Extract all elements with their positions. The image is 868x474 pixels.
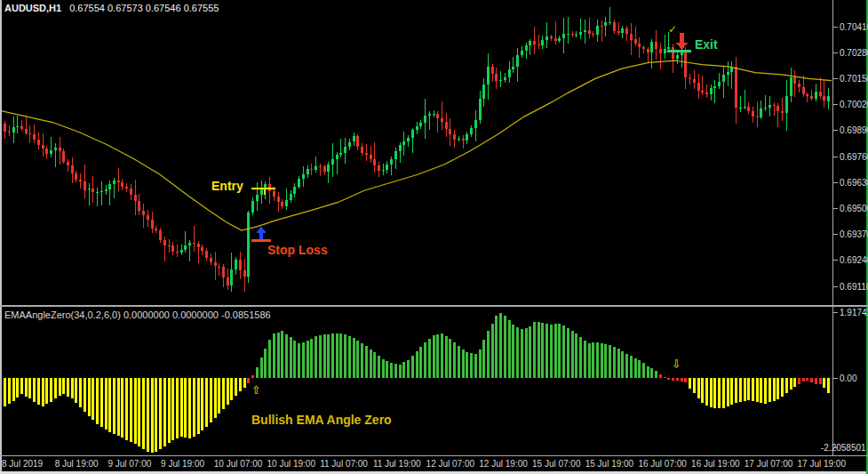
candle-body	[33, 134, 36, 140]
histogram-bar	[230, 378, 233, 400]
candle-body	[8, 132, 11, 133]
time-axis-label: 10 Jul 07:00	[214, 459, 263, 469]
candle-body	[621, 28, 624, 33]
candle-body	[348, 142, 351, 148]
price-axis-label: 0.70410	[840, 22, 868, 32]
histogram-bar	[256, 367, 259, 378]
candle-body	[545, 36, 548, 40]
entry-annotation-label[interactable]: Entry	[211, 179, 243, 193]
candle-body	[495, 74, 498, 81]
candle-body	[773, 105, 776, 106]
histogram-bar	[802, 378, 805, 382]
candle-body	[264, 184, 267, 188]
candle-body	[664, 49, 666, 53]
candle-body	[319, 166, 322, 167]
candle-body	[433, 114, 435, 115]
time-axis-label: 9 Jul 19:00	[161, 459, 204, 469]
candle-body	[336, 155, 338, 158]
histogram-bar	[151, 378, 154, 453]
histogram-bar	[319, 335, 322, 378]
histogram-bar	[827, 378, 830, 393]
histogram-bar	[348, 336, 351, 378]
candle-body	[214, 262, 217, 267]
histogram-bar	[370, 349, 372, 379]
candle-body	[50, 150, 52, 154]
histogram-bar	[222, 378, 225, 409]
histogram-bar	[268, 340, 271, 378]
candle-body	[768, 105, 771, 108]
histogram-bar	[45, 378, 48, 404]
histogram-bar	[394, 364, 397, 378]
candle-body	[718, 82, 721, 86]
price-axis-label: 0.69370	[840, 229, 868, 239]
histogram-bar	[382, 359, 385, 378]
histogram-bar	[592, 342, 594, 378]
time-axis-label: 12 Jul 19:00	[479, 459, 528, 469]
candle-body	[117, 181, 120, 183]
candle-body	[650, 42, 653, 52]
candle-body	[382, 170, 385, 171]
candle-body	[356, 136, 359, 147]
candle-body	[100, 191, 103, 192]
histogram-bar	[20, 378, 23, 394]
histogram-bar	[558, 324, 561, 379]
histogram-bar	[815, 378, 817, 384]
histogram-bar	[264, 349, 267, 378]
candle-body	[416, 126, 418, 130]
candle-body	[79, 180, 82, 181]
main-chart-canvas[interactable]	[0, 0, 868, 474]
candle-body	[441, 118, 443, 122]
candle-body	[75, 173, 77, 180]
candle-body	[744, 107, 746, 108]
histogram-bar	[554, 324, 557, 378]
histogram-bar	[823, 378, 825, 388]
candle-body	[235, 260, 237, 269]
histogram-bar	[113, 378, 115, 434]
candle-body	[25, 129, 28, 133]
histogram-bar	[482, 340, 485, 378]
candle-body	[525, 45, 528, 51]
histogram-bar	[638, 360, 641, 378]
price-axis-label: 0.70280	[840, 48, 868, 58]
histogram-bar	[16, 378, 19, 398]
candle-body	[163, 240, 166, 245]
histogram-bar	[764, 378, 767, 404]
histogram-bar	[235, 378, 237, 396]
time-axis-label: 16 Jul 07:00	[638, 459, 687, 469]
histogram-bar	[336, 333, 338, 378]
candle-body	[479, 99, 482, 120]
histogram-bar	[773, 378, 776, 401]
histogram-bar	[533, 322, 536, 378]
time-axis-label: 12 Jul 07:00	[426, 459, 475, 469]
histogram-bar	[399, 365, 402, 378]
histogram-bar	[37, 378, 40, 405]
histogram-bar	[730, 378, 733, 405]
bullish-signal-label[interactable]: Bullish EMA Angle Zero	[251, 413, 392, 427]
candle-body	[310, 169, 313, 170]
candle-body	[125, 187, 128, 189]
annotation-shapes[interactable]	[251, 33, 691, 241]
histogram-bar	[495, 316, 498, 378]
exit-annotation-label[interactable]: Exit	[695, 37, 718, 52]
histogram-bar	[84, 378, 86, 412]
histogram-bar	[710, 378, 713, 407]
histogram-bar	[785, 378, 788, 393]
chart-title: AUDUSD,H10.67554 0.67573 0.67546 0.67555	[4, 3, 219, 13]
candle-body	[625, 28, 628, 34]
histogram-bar	[42, 378, 44, 406]
panel-separator[interactable]	[0, 305, 868, 307]
candle-body	[361, 147, 363, 153]
candle-body	[365, 153, 368, 156]
histogram-bar	[596, 342, 599, 379]
candle-body	[28, 133, 31, 135]
histogram-bar	[739, 378, 742, 402]
histogram-bar	[386, 361, 388, 378]
stop-loss-annotation-label[interactable]: Stop Loss	[267, 243, 328, 257]
histogram-bar	[718, 378, 721, 408]
histogram-bar	[684, 378, 687, 382]
histogram-bar	[59, 378, 61, 396]
time-axis-label: 10 Jul 19:00	[267, 459, 316, 469]
candle-body	[290, 194, 292, 199]
histogram-bar	[433, 335, 435, 378]
histogram-bar	[205, 378, 208, 427]
